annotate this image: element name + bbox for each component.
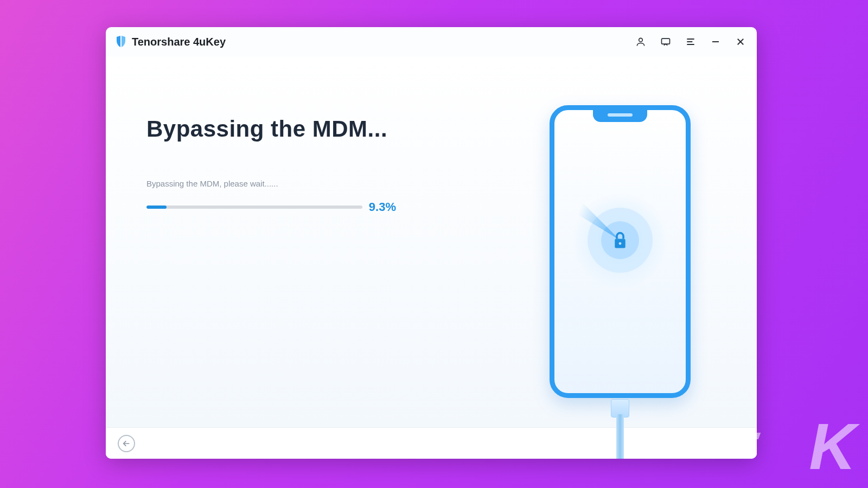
svg-point-0 [639,38,643,42]
lock-icon [612,231,628,249]
watermark-k: K [809,409,853,484]
shield-logo-icon [114,35,127,48]
progress-pane: Bypassing the MDM... Bypassing the MDM, … [106,56,483,427]
cable [616,414,624,459]
titlebar: Tenorshare 4uKey [106,27,757,56]
page-heading: Bypassing the MDM... [146,116,483,142]
svg-point-9 [619,242,622,245]
progress-fill [146,206,167,209]
progress-bar: 9.3% [146,200,396,214]
svg-rect-1 [662,38,670,44]
arrow-left-icon [122,439,131,448]
feedback-button[interactable] [658,34,673,49]
phone-illustration [550,105,691,398]
scan-radar [571,191,669,289]
app-window: Tenorshare 4uKey [106,27,757,459]
phone-notch [593,110,647,122]
account-button[interactable] [633,34,648,49]
window-controls [633,34,748,49]
app-logo: Tenorshare 4uKey [114,35,226,48]
content-area: Bypassing the MDM... Bypassing the MDM, … [106,56,757,427]
close-icon [736,37,745,47]
progress-track [146,206,362,209]
phone-speaker [608,113,633,117]
progress-percent-label: 9.3% [369,200,396,214]
back-button[interactable] [118,435,135,452]
app-title: Tenorshare 4uKey [132,36,226,48]
user-icon [635,36,646,47]
minimize-button[interactable] [708,34,723,49]
status-text: Bypassing the MDM, please wait...... [146,179,483,188]
footer-bar [106,427,757,459]
menu-lines-icon [685,36,696,47]
close-button[interactable] [733,34,748,49]
phone-icon [550,105,691,398]
menu-button[interactable] [683,34,698,49]
minimize-icon [711,37,720,47]
illustration-pane [483,56,757,427]
message-icon [660,36,671,47]
